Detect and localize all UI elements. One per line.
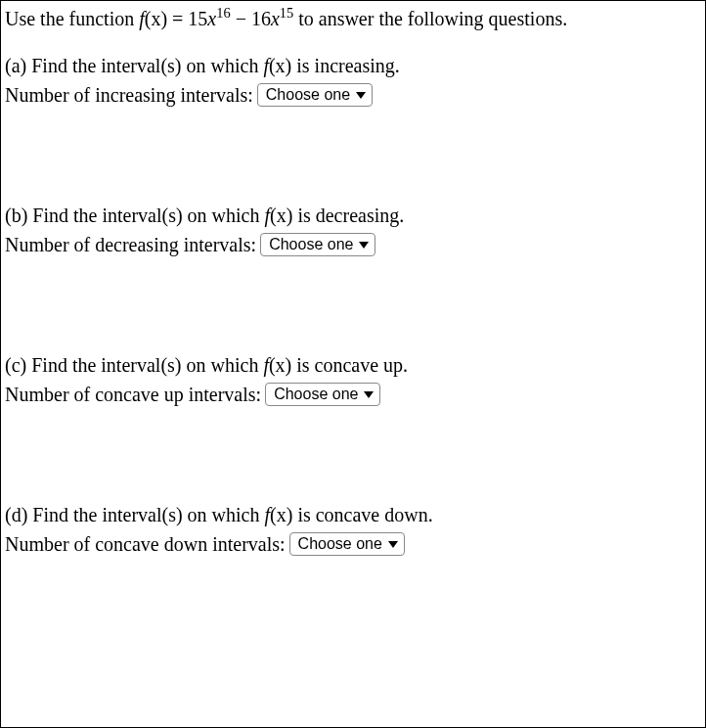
dropdown-b[interactable]: Choose one (260, 233, 375, 256)
intro-suffix: to answer the following questions. (293, 8, 567, 29)
question-c-label: (c) Find the interval(s) on which (5, 354, 263, 376)
question-a-answer-line: Number of increasing intervals: Choose o… (5, 81, 701, 109)
question-c-text: (c) Find the interval(s) on which f(x) i… (5, 351, 701, 379)
question-b-answer-line: Number of decreasing intervals: Choose o… (5, 231, 701, 258)
intro-var2: x (271, 8, 280, 29)
question-b-tail: is decreasing. (292, 205, 404, 226)
question-d: (d) Find the interval(s) on which f(x) i… (5, 501, 701, 558)
intro-exp2: 15 (280, 5, 293, 21)
dropdown-a-text: Choose one (266, 86, 350, 104)
question-a-text: (a) Find the interval(s) on which f(x) i… (5, 52, 701, 79)
dropdown-b-text: Choose one (269, 236, 353, 253)
chevron-down-icon (364, 391, 374, 398)
question-b-arg: (x) (270, 205, 292, 226)
dropdown-c[interactable]: Choose one (265, 383, 380, 406)
question-a: (a) Find the interval(s) on which f(x) i… (5, 52, 701, 109)
question-c: (c) Find the interval(s) on which f(x) i… (5, 351, 701, 408)
chevron-down-icon (359, 242, 369, 249)
question-b-answer-label: Number of decreasing intervals: (5, 231, 256, 258)
intro-func-arg: (x) = 15 (145, 8, 208, 29)
question-a-answer-label: Number of increasing intervals: (5, 81, 253, 109)
dropdown-d[interactable]: Choose one (289, 532, 405, 556)
question-c-answer-line: Number of concave up intervals: Choose o… (5, 381, 701, 408)
chevron-down-icon (356, 92, 366, 99)
question-d-text: (d) Find the interval(s) on which f(x) i… (5, 501, 701, 528)
question-d-tail: is concave down. (292, 504, 432, 525)
question-c-tail: is concave up. (291, 354, 408, 376)
intro-minus: − 16 (231, 8, 271, 29)
chevron-down-icon (388, 541, 398, 548)
question-d-arg: (x) (270, 504, 292, 525)
question-a-tail: is increasing. (291, 55, 400, 76)
dropdown-d-text: Choose one (298, 535, 382, 553)
question-d-label: (d) Find the interval(s) on which (5, 504, 265, 525)
question-b: (b) Find the interval(s) on which f(x) i… (5, 202, 701, 258)
intro-var1: x (207, 8, 216, 29)
question-d-answer-line: Number of concave down intervals: Choose… (5, 530, 701, 558)
problem-intro: Use the function f(x) = 15x16 − 16x15 to… (5, 5, 701, 32)
question-d-answer-label: Number of concave down intervals: (5, 530, 286, 558)
dropdown-c-text: Choose one (274, 386, 358, 403)
question-b-text: (b) Find the interval(s) on which f(x) i… (5, 202, 701, 229)
question-a-arg: (x) (269, 55, 291, 76)
intro-exp1: 16 (216, 5, 230, 21)
intro-prefix: Use the function (5, 8, 139, 29)
question-b-label: (b) Find the interval(s) on which (5, 205, 265, 226)
question-a-label: (a) Find the interval(s) on which (5, 55, 263, 76)
question-c-arg: (x) (269, 354, 291, 376)
dropdown-a[interactable]: Choose one (257, 83, 373, 107)
question-c-answer-label: Number of concave up intervals: (5, 381, 261, 408)
